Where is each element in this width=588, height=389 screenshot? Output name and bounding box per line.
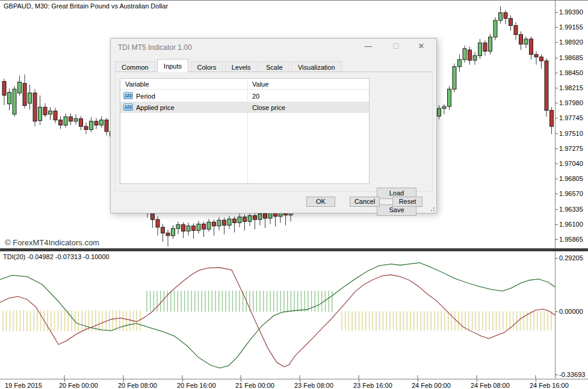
parameter-value[interactable]: Close price: [252, 104, 285, 111]
price-tick: [556, 73, 558, 73]
time-axis-label: 20 Feb 00:00: [59, 382, 98, 389]
price-axis-label: 1.98450: [559, 69, 583, 76]
price-tick: [556, 12, 558, 13]
price-axis-label: 1.97980: [559, 99, 583, 106]
minimize-icon[interactable]: —: [358, 38, 379, 54]
price-axis-label: 1.96805: [559, 175, 583, 182]
price-tick: [556, 179, 558, 179]
time-axis-label: 24 Feb 08:00: [471, 382, 510, 389]
parameter-value[interactable]: 20: [252, 93, 259, 100]
indicator-axis-label: 0.00000: [559, 308, 583, 315]
price-tick: [556, 88, 558, 88]
price-tick: [556, 133, 558, 134]
parameters-table: Variable Value 123 Period 20 123 Applied…: [120, 78, 370, 184]
price-axis-label: 1.95865: [559, 236, 583, 243]
dialog-title: TDI MT5 Indicator 1.00: [118, 43, 192, 52]
time-axis-label: 24 Feb 00:00: [412, 382, 451, 389]
price-tick: [556, 194, 558, 194]
price-tick: [556, 42, 558, 43]
price-tick: [556, 224, 558, 225]
price-tick: [556, 103, 558, 103]
price-axis-label: 1.98685: [559, 54, 583, 61]
resize-grip-icon[interactable]: [429, 206, 435, 212]
dialog-tabstrip: Common Inputs Colors Levels Scale Visual…: [115, 59, 433, 72]
time-axis-label: 20 Feb 08:00: [118, 382, 157, 389]
close-icon[interactable]: ✕: [411, 38, 432, 54]
indicator-value-axis[interactable]: 0.292050.00000-0.33693: [555, 251, 588, 379]
price-tick: [556, 239, 558, 240]
price-axis-label: 1.97040: [559, 160, 583, 167]
cancel-button[interactable]: Cancel: [350, 197, 380, 207]
price-tick: [556, 164, 558, 164]
price-axis-label: 1.96570: [559, 190, 583, 197]
price-axis-label: 1.97745: [559, 114, 583, 121]
indicator-axis-label: 0.29205: [559, 254, 583, 262]
table-header-row: Variable Value: [120, 79, 369, 90]
time-axis-label: 19 Feb 2015: [5, 382, 42, 389]
column-header-variable: Variable: [125, 81, 149, 88]
indicator-tick: [556, 311, 558, 312]
mt5-chart-window: GBPAUD, M30: Great Britain Pound vs Aust…: [0, 0, 588, 389]
price-axis-label: 1.98920: [559, 38, 583, 46]
maximize-icon[interactable]: ☐: [386, 38, 406, 54]
price-axis-label: 1.99155: [559, 23, 583, 31]
price-axis-label: 1.96100: [559, 221, 583, 228]
price-axis-label: 1.99390: [559, 8, 583, 16]
tab-page-inputs: Variable Value 123 Period 20 123 Applied…: [115, 72, 433, 192]
price-axis[interactable]: 1.993901.991551.989201.986851.984501.982…: [555, 1, 588, 248]
price-axis-label: 1.96335: [559, 206, 583, 213]
price-axis-label: 1.97510: [559, 130, 583, 137]
price-tick: [556, 58, 558, 58]
parameter-name: Applied price: [136, 104, 175, 111]
time-axis-label: 23 Feb 16:00: [353, 382, 392, 389]
symbol-label: GBPAUD, M30: Great Britain Pound vs Aust…: [4, 2, 168, 10]
price-axis-label: 1.97275: [559, 145, 583, 152]
ok-button[interactable]: OK: [306, 197, 335, 207]
tdi-indicator-chart[interactable]: [0, 251, 555, 379]
indicator-axis-label: -0.33693: [559, 371, 585, 378]
watermark: © ForexMT4Indicators.com: [5, 238, 99, 247]
price-tick: [556, 209, 558, 210]
price-axis-label: 1.98215: [559, 84, 583, 91]
tab-inputs[interactable]: Inputs: [157, 59, 188, 72]
indicator-label: TDI(20) -0.04982 -0.07313 -0.10000: [3, 253, 110, 260]
table-row-period[interactable]: 123 Period 20: [120, 90, 369, 102]
dialog-titlebar[interactable]: TDI MT5 Indicator 1.00 — ☐ ✕: [111, 38, 436, 57]
price-tick: [556, 118, 558, 118]
time-axis-label: 20 Feb 16:00: [177, 382, 216, 389]
price-tick: [556, 149, 558, 149]
time-axis-label: 23 Feb 08:00: [294, 382, 333, 389]
integer-parameter-icon: 123: [123, 92, 133, 99]
time-axis-label: 24 Feb 16:00: [530, 382, 569, 389]
column-header-value: Value: [252, 81, 268, 88]
indicator-tick: [556, 375, 558, 375]
indicator-properties-dialog: TDI MT5 Indicator 1.00 — ☐ ✕ Common Inpu…: [110, 38, 437, 213]
reset-button[interactable]: Reset: [392, 197, 422, 207]
price-tick: [556, 27, 558, 28]
time-axis-label: 21 Feb 00:00: [235, 382, 274, 389]
integer-parameter-icon: 123: [123, 103, 133, 111]
indicator-tick: [556, 258, 558, 259]
table-row-applied-price[interactable]: 123 Applied price Close price: [120, 102, 369, 113]
parameter-name: Period: [136, 93, 155, 100]
time-axis[interactable]: 19 Feb 201520 Feb 00:0020 Feb 08:0020 Fe…: [0, 379, 588, 389]
